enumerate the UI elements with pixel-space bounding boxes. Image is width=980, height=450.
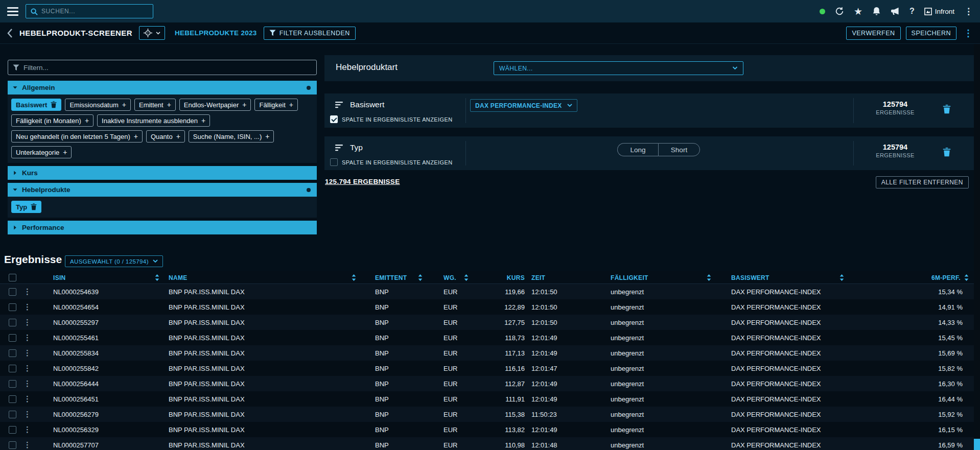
sort-icon[interactable] xyxy=(464,274,473,281)
sort-icon[interactable] xyxy=(155,274,164,281)
filter-search-input[interactable] xyxy=(24,64,312,72)
filter-chip-emittent[interactable]: Emittent+ xyxy=(134,99,176,111)
sort-icon[interactable] xyxy=(964,274,969,281)
back-icon[interactable] xyxy=(7,29,13,38)
table-row[interactable]: ⋮NL0000255834BNP PAR.ISS.MINIL DAXBNPEUR… xyxy=(0,345,974,361)
row-menu-icon[interactable]: ⋮ xyxy=(24,394,31,403)
table-row[interactable]: ⋮NL0000254654BNP PAR.ISS.MINIL DAXBNPEUR… xyxy=(0,299,974,315)
row-menu-icon[interactable]: ⋮ xyxy=(24,287,31,296)
row-menu-icon[interactable]: ⋮ xyxy=(24,364,31,372)
row-menu-icon[interactable]: ⋮ xyxy=(24,333,31,342)
row-checkbox[interactable] xyxy=(9,349,16,357)
star-icon[interactable]: ★ xyxy=(854,7,862,16)
help-icon[interactable]: ? xyxy=(909,7,915,16)
filter-section-kurs[interactable]: Kurs xyxy=(8,166,317,180)
table-row[interactable]: ⋮NL0000256444BNP PAR.ISS.MINIL DAXBNPEUR… xyxy=(0,376,974,391)
global-search[interactable] xyxy=(26,4,153,18)
filter-chip-suche-name-isin[interactable]: Suche (Name, ISIN, ...)+ xyxy=(189,130,274,143)
row-checkbox[interactable] xyxy=(9,288,16,296)
row-menu-icon[interactable]: ⋮ xyxy=(24,302,31,311)
trash-icon[interactable] xyxy=(31,203,37,210)
col-header-basiswert[interactable]: BASISWERT xyxy=(715,271,848,284)
toolbar-overflow-icon[interactable]: ⋮ xyxy=(964,28,973,39)
total-results-link[interactable]: 125.794 ERGEBNISSE xyxy=(325,178,400,185)
scrollbar-thumb[interactable] xyxy=(974,439,980,450)
bell-icon[interactable] xyxy=(872,7,881,16)
col-header-emittent[interactable]: EMITTENT xyxy=(360,271,427,284)
filter-chip-typ[interactable]: Typ xyxy=(11,201,41,213)
filter-chip-neu-gehandelt-in-den-letzten-5-tagen[interactable]: Neu gehandelt (in den letzten 5 Tagen)+ xyxy=(11,130,143,143)
toggle-short[interactable]: Short xyxy=(658,143,700,156)
product-type-select[interactable]: WÄHLEN... xyxy=(494,61,743,75)
sync-icon[interactable] xyxy=(835,7,844,16)
row-checkbox[interactable] xyxy=(9,426,16,434)
row-checkbox[interactable] xyxy=(9,303,16,311)
trash-icon[interactable] xyxy=(51,101,57,108)
clear-all-filters-button[interactable]: ALLE FILTER ENTFERNEN xyxy=(876,176,969,188)
row-checkbox[interactable] xyxy=(9,380,16,388)
sort-icon[interactable] xyxy=(839,274,848,281)
col-header-name[interactable]: NAME xyxy=(164,271,360,284)
filter-chip-endlos-wertpapier[interactable]: Endlos-Wertpapier+ xyxy=(179,99,251,111)
show-column-toggle[interactable]: SPALTE IN ERGEBNISLISTE ANZEIGEN xyxy=(330,158,453,166)
row-checkbox[interactable] xyxy=(9,395,16,403)
filter-chip-inaktive-instrumente-ausblenden[interactable]: Inaktive Instrumente ausblenden+ xyxy=(97,114,210,127)
filter-chip-fälligkeit[interactable]: Fälligkeit+ xyxy=(254,99,297,111)
row-checkbox[interactable] xyxy=(9,319,16,326)
search-input[interactable] xyxy=(41,8,149,15)
table-row[interactable]: ⋮NL0000255297BNP PAR.ISS.MINIL DAXBNPEUR… xyxy=(0,315,974,330)
hide-filters-button[interactable]: FILTER AUSBLENDEN xyxy=(264,27,356,40)
filter-search[interactable] xyxy=(8,60,317,75)
discard-button[interactable]: VERWERFEN xyxy=(846,27,900,40)
col-header-fälligkeit[interactable]: FÄLLIGKEIT xyxy=(605,271,715,284)
filter-chip-unterkategorie[interactable]: Unterkategorie+ xyxy=(11,146,72,158)
saved-screen-name[interactable]: HEBELPRODUKTE 2023 xyxy=(175,29,257,37)
table-row[interactable]: ⋮NL0000257707BNP PAR.ISS.MINIL DAXBNPEUR… xyxy=(0,437,974,450)
sort-icon[interactable] xyxy=(707,274,715,281)
table-row[interactable]: ⋮NL0000256279BNP PAR.ISS.MINIL DAXBNPEUR… xyxy=(0,407,974,422)
col-header-zeit[interactable]: ZEIT xyxy=(529,271,605,284)
overflow-menu-icon[interactable]: ⋮ xyxy=(964,6,973,17)
table-row[interactable]: ⋮NL0000256451BNP PAR.ISS.MINIL DAXBNPEUR… xyxy=(0,391,974,407)
filter-section-allgemein[interactable]: Allgemein xyxy=(8,81,317,94)
scrollbar-track[interactable] xyxy=(974,44,980,450)
column-checkbox[interactable] xyxy=(330,115,338,123)
table-row[interactable]: ⋮NL0000255842BNP PAR.ISS.MINIL DAXBNPEUR… xyxy=(0,361,974,376)
row-menu-icon[interactable]: ⋮ xyxy=(24,410,31,418)
row-checkbox[interactable] xyxy=(9,334,16,342)
filter-chip-fälligkeit-in-monaten[interactable]: Fälligkeit (in Monaten)+ xyxy=(11,114,94,127)
table-row[interactable]: ⋮NL0000256329BNP PAR.ISS.MINIL DAXBNPEUR… xyxy=(0,422,974,437)
menu-icon[interactable] xyxy=(7,7,18,16)
infront-logo[interactable]: Infront xyxy=(924,8,954,15)
toggle-long[interactable]: Long xyxy=(617,143,658,156)
basiswert-select[interactable]: DAX PERFORMANCE-INDEX xyxy=(470,99,577,112)
col-header-wg[interactable]: WG. xyxy=(427,271,473,284)
filter-section-hebelprodukte[interactable]: Hebelprodukte xyxy=(8,183,317,197)
table-row[interactable]: ⋮NL0000255461BNP PAR.ISS.MINIL DAXBNPEUR… xyxy=(0,330,974,345)
table-row[interactable]: ⋮NL0000254639BNP PAR.ISS.MINIL DAXBNPEUR… xyxy=(0,284,974,299)
row-menu-icon[interactable]: ⋮ xyxy=(24,348,31,357)
selected-dropdown[interactable]: AUSGEWÄHLT (0 / 125794) xyxy=(65,255,163,267)
save-button[interactable]: SPEICHERN xyxy=(906,27,956,40)
link-channel-button[interactable] xyxy=(139,26,165,40)
row-menu-icon[interactable]: ⋮ xyxy=(24,425,31,434)
filter-chip-emissionsdatum[interactable]: Emissionsdatum+ xyxy=(65,99,131,111)
show-column-toggle[interactable]: SPALTE IN ERGEBNISLISTE ANZEIGEN xyxy=(330,115,453,123)
row-menu-icon[interactable]: ⋮ xyxy=(24,318,31,326)
row-checkbox[interactable] xyxy=(9,441,16,449)
sort-icon[interactable] xyxy=(418,274,427,281)
trash-icon[interactable] xyxy=(943,148,951,157)
filter-section-performance[interactable]: Performance xyxy=(8,221,317,234)
row-menu-icon[interactable]: ⋮ xyxy=(24,440,31,449)
select-all-checkbox[interactable] xyxy=(9,274,16,281)
megaphone-icon[interactable] xyxy=(891,7,900,15)
col-header-kurs[interactable]: KURS xyxy=(473,271,529,284)
column-checkbox[interactable] xyxy=(330,158,338,166)
filter-chip-quanto[interactable]: Quanto+ xyxy=(146,130,185,143)
row-checkbox[interactable] xyxy=(9,411,16,418)
row-checkbox[interactable] xyxy=(9,365,16,372)
col-header-isin[interactable]: ISIN xyxy=(36,271,164,284)
row-menu-icon[interactable]: ⋮ xyxy=(24,379,31,388)
filter-chip-basiswert[interactable]: Basiswert xyxy=(11,99,61,111)
col-header-6m-perf[interactable]: 6M-PERF. xyxy=(848,271,974,284)
